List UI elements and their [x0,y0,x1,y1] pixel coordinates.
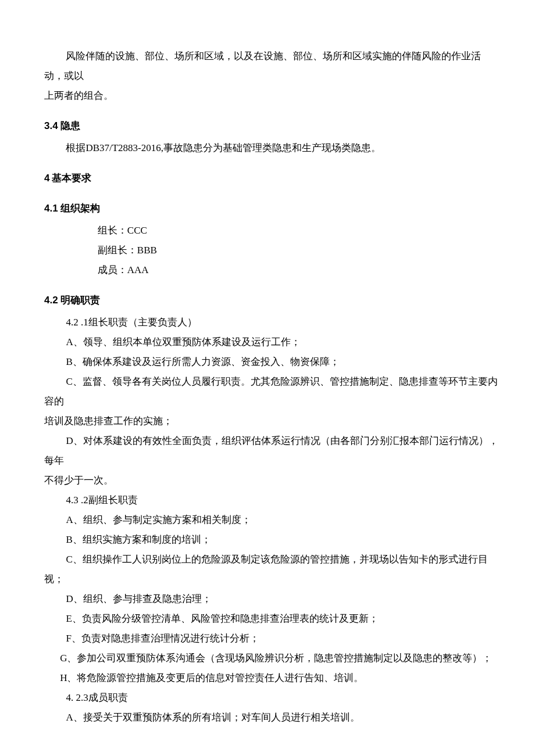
heading-4-1: 4.1组织架构 [44,199,500,218]
heading-4-2-text: 明确职责 [60,295,100,306]
heading-4-text: 基本要求 [52,173,91,184]
intro-para-line1: 风险伴随的设施、部位、场所和区域，以及在设施、部位、场所和区域实施的伴随风险的作… [44,46,500,86]
item-4-2-1-c-line2: 培训及隐患排查工作的实施； [44,411,500,431]
item-4-2-2-e: E、负责风险分级管控清单、风险管控和隐患排查治理表的统计及更新； [44,609,500,629]
item-4-2-3-a: A、接受关于双重预防体系的所有培训；对车间人员进行相关培训。 [44,708,500,728]
item-4-2-2-d: D、组织、参与排查及隐患治理； [44,589,500,609]
heading-4-1-text: 组织架构 [60,203,100,214]
item-4-2-1-c-line1: C、监督、领导各有关岗位人员履行职责。尤其危险源辨识、管控措施制定、隐患排查等环… [44,372,500,411]
org-deputy: 副组长：BBB [44,241,500,260]
heading-4-number: 4 [44,173,49,184]
item-4-2-2-a: A、组织、参与制定实施方案和相关制度； [44,510,500,530]
item-4-2-1-d-line2: 不得少于一次。 [44,471,500,490]
section-4-2-3-title: 4. 2.3成员职责 [44,688,500,708]
intro-para-line2: 上两者的组合。 [44,86,500,106]
item-4-2-2-c: C、组织操作工人识别岗位上的危险源及制定该危险源的管控措施，并现场以告知卡的形式… [44,550,500,589]
item-4-2-1-a: A、领导、组织本单位双重预防体系建设及运行工作； [44,332,500,352]
section-4-2-2-title: 4.3 .2副组长职责 [44,490,500,510]
heading-3-4: 3.4隐患 [44,116,500,136]
org-member: 成员：AAA [44,260,500,280]
item-4-2-2-g: G、参加公司双重预防体系沟通会（含现场风险辨识分析，隐患管控措施制定以及隐患的整… [44,648,500,668]
item-4-2-2-h: H、将危险源管控措施及变更后的信息对管控责任人进行告知、培训。 [44,668,500,688]
para-3-4: 根据DB37/T2883-2016,事故隐患分为基础管理类隐患和生产现场类隐患。 [44,138,500,158]
heading-4-2: 4.2明确职责 [44,291,500,310]
item-4-2-1-d-line1: D、对体系建设的有效性全面负责，组织评估体系运行情况（由各部门分别汇报本部门运行… [44,431,500,471]
section-4-2-1-title: 4.2 .1组长职责（主要负责人） [44,313,500,332]
item-4-2-2-b: B、组织实施方案和制度的培训； [44,530,500,550]
item-4-2-1-b: B、确保体系建设及运行所需人力资源、资金投入、物资保障； [44,352,500,372]
org-leader: 组长：CCC [44,221,500,241]
heading-4-2-number: 4.2 [44,295,58,306]
item-4-2-2-f: F、负责对隐患排查治理情况进行统计分析； [44,629,500,648]
heading-3-4-text: 隐患 [60,120,80,131]
heading-4: 4基本要求 [44,169,500,188]
heading-4-1-number: 4.1 [44,203,58,214]
heading-3-4-number: 3.4 [44,120,58,131]
